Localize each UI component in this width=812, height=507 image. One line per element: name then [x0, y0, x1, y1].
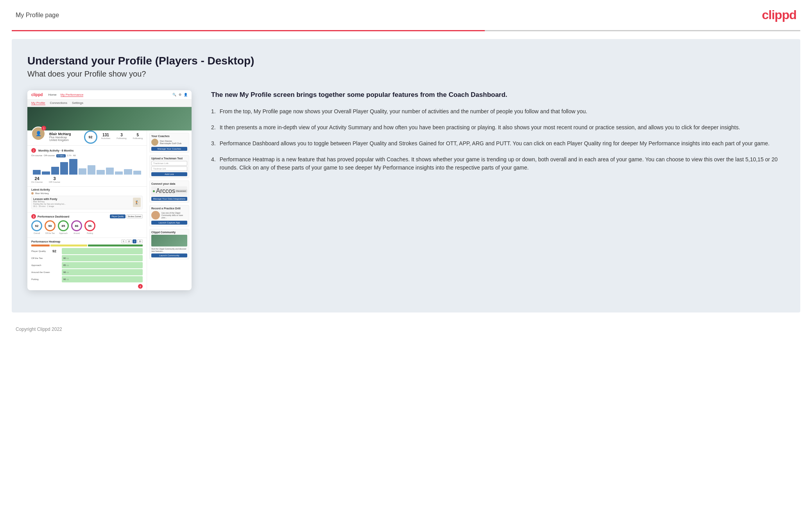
feature-text-1: From the top, My Profile page now shows … — [220, 107, 588, 116]
mockup-wrapper: clippd Home My Performance 🔍 ⚙ 👤 My Prof… — [27, 90, 192, 290]
community-title: Clippd Community — [151, 231, 187, 234]
bar-12 — [133, 171, 141, 175]
trackman-input[interactable]: Trackman Link — [151, 161, 187, 166]
performance-dashboard: 3 Performance Dashboard Player Quality S… — [27, 212, 147, 237]
arccos-disconnect-btn[interactable]: Disconnect — [175, 189, 187, 193]
mockup-column: clippd Home My Performance 🔍 ⚙ 👤 My Prof… — [27, 90, 192, 290]
main-content: Understand your Profile (Players - Deskt… — [12, 39, 800, 312]
heat-row-approach[interactable]: Approach 85 ↓↓ — [31, 262, 143, 268]
heat-box-putting: 96 ↓↓ — [62, 276, 143, 282]
perf-header: 3 Performance Dashboard Player Quality S… — [31, 214, 143, 219]
heat-label-approach: Approach — [31, 264, 51, 266]
feature-num-1: 1. — [211, 107, 216, 116]
trackman-link[interactable]: Trackman Link — [151, 166, 187, 171]
latest-name: Blair McHarg — [35, 192, 49, 195]
rings-row: 92 Overall 90 Off the Tee 85 Approach — [31, 220, 143, 234]
main-title: Understand your Profile (Players - Deskt… — [27, 55, 785, 67]
feature-text-4: Performance Heatmap is a new feature tha… — [220, 155, 785, 172]
activity-dot — [31, 192, 34, 195]
trackman-add-btn[interactable]: Add Link — [151, 172, 187, 176]
heat-title: Performance Heatmap — [31, 240, 60, 243]
footer: Copyright Clippd 2022 — [0, 320, 812, 338]
lesson-item[interactable]: Lesson with Fonty Blair McHarg Feeling l… — [31, 196, 143, 209]
feature-num-3: 3. — [211, 139, 216, 148]
feature-num-2: 2. — [211, 123, 216, 132]
search-icon[interactable]: 🔍 — [172, 93, 176, 96]
nav-home[interactable]: Home — [48, 93, 56, 97]
feature-item-3: 3. Performance Dashboard allows you to t… — [211, 139, 785, 148]
tab-connections[interactable]: Connections — [50, 101, 67, 105]
bar-10 — [115, 171, 123, 175]
two-col-layout: clippd Home My Performance 🔍 ⚙ 👤 My Prof… — [27, 90, 785, 290]
heat-row-overall[interactable]: Player Quality 92 — [31, 248, 143, 254]
trend-red — [31, 245, 50, 246]
heat-row-around[interactable]: Around the Green 96 ↓↓ — [31, 269, 143, 275]
filter-1yr[interactable]: 1 Yr — [67, 154, 72, 157]
toggle-player-quality[interactable]: Player Quality — [110, 214, 125, 218]
heat-btn-15[interactable]: 1 — [133, 239, 137, 243]
latest-title: Latest Activity — [31, 188, 143, 191]
badge-3: 3 — [31, 214, 36, 219]
page-title: My Profile page — [16, 12, 59, 19]
ring-putt[interactable]: 96 Putting — [84, 220, 95, 234]
trackman-title: Upload a Trackman Test — [151, 157, 187, 160]
toggle-strokes-gained[interactable]: Strokes Gained — [126, 214, 143, 218]
heat-btn-20[interactable]: 20 — [137, 239, 143, 243]
heat-btn-10[interactable]: 10 — [126, 239, 132, 243]
lesson-text: Lesson with Fonty Blair McHarg Feeling l… — [33, 198, 66, 207]
ring-putt-label: Putting — [84, 232, 95, 234]
mini-tabs: My Profile Connections Settings — [27, 100, 192, 107]
tab-my-profile[interactable]: My Profile — [31, 101, 45, 105]
coaches-title: Your Coaches — [151, 135, 187, 137]
launch-community-btn[interactable]: Launch Community — [151, 254, 187, 257]
nav-my-performance[interactable]: My Performance — [61, 93, 84, 97]
coach-avatar — [151, 139, 158, 146]
arccos-label-row: Arccos — [153, 187, 175, 195]
filter-all[interactable]: All — [73, 154, 76, 157]
trend-green — [88, 245, 143, 246]
heat-controls: 5 10 1 20 — [121, 239, 143, 243]
ring-tee[interactable]: 90 Off the Tee — [45, 220, 56, 234]
activity-section: 2 Monthly Activity · 6 Months On-course … — [27, 145, 147, 186]
filter-6mo[interactable]: 6 Mths — [56, 154, 66, 157]
ring-overall[interactable]: 92 Overall — [31, 220, 42, 234]
bar-5 — [69, 159, 77, 175]
bar-11 — [124, 169, 132, 175]
arccos-row: Arccos Disconnect — [151, 186, 187, 196]
heat-tee-val: 90 ↓↓ — [63, 257, 69, 259]
heat-btn-5[interactable]: 5 — [121, 239, 125, 243]
bar-6 — [79, 168, 86, 175]
heat-box-tee: 90 ↓↓ — [62, 255, 143, 261]
profile-handicap: Plus Handicap — [49, 136, 80, 139]
quality-ring[interactable]: 92 — [84, 130, 97, 144]
heat-header: Performance Heatmap 5 10 1 20 — [31, 239, 143, 243]
profile-info: Blair McHarg Plus Handicap United Kingdo… — [49, 132, 80, 141]
manage-coaches-btn[interactable]: Manage Your Coaches — [151, 147, 187, 151]
activity-header: 2 Monthly Activity · 6 Months — [31, 148, 143, 153]
record-text: Use one of the Clippd Community drills o… — [161, 212, 187, 219]
manage-integrations-btn[interactable]: Manage Your Data Integrations — [151, 197, 187, 201]
heat-row-putting[interactable]: Putting 96 ↓↓ — [31, 276, 143, 282]
heat-around-val: 96 ↓↓ — [63, 271, 69, 273]
features-list: 1. From the top, My Profile page now sho… — [211, 107, 785, 172]
bar-2 — [42, 171, 50, 175]
launch-capture-btn[interactable]: Launch Capture App — [151, 221, 187, 225]
tab-settings[interactable]: Settings — [72, 101, 83, 105]
heat-label-around: Around the Green — [31, 271, 51, 273]
feature-item-1: 1. From the top, My Profile page now sho… — [211, 107, 785, 116]
ring-around-circle: 86 — [71, 220, 82, 231]
record-title: Record a Practice Drill — [151, 207, 187, 210]
filter-offcourse[interactable]: Off-course — [44, 154, 55, 157]
lesson-duration: 00:1 · 30 mins · 1 image — [33, 205, 66, 207]
feature-num-4: 4. — [211, 155, 216, 172]
heat-row-tee[interactable]: Off the Tee 90 ↓↓ — [31, 255, 143, 261]
profile-row: 👤 1 Blair McHarg Plus Handicap United Ki… — [27, 130, 147, 145]
ring-around[interactable]: 86 Around — [71, 220, 82, 234]
ring-approach[interactable]: 85 Approach — [58, 220, 69, 234]
avatar: 👤 1 — [31, 127, 45, 141]
bar-3 — [51, 167, 59, 175]
user-icon[interactable]: 👤 — [184, 93, 188, 96]
settings-icon[interactable]: ⚙ — [179, 93, 181, 96]
filter-oncourse[interactable]: On-course — [31, 154, 42, 157]
perf-title: 3 Performance Dashboard — [31, 214, 69, 219]
